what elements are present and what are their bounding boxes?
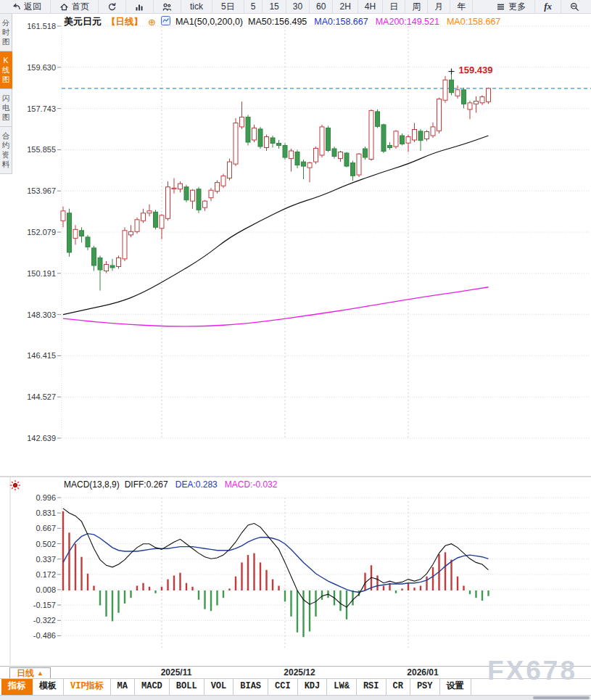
period-5d-button-label: 5日 bbox=[221, 1, 235, 13]
tick-button[interactable]: tick bbox=[181, 0, 212, 13]
back-button-label: 返回 bbox=[24, 1, 41, 13]
refresh-button[interactable] bbox=[99, 0, 126, 13]
more-button-label: 更多 bbox=[508, 1, 526, 13]
period-5m-button[interactable]: 5 bbox=[244, 0, 263, 13]
mini-chart-icon[interactable] bbox=[161, 16, 170, 28]
svg-text:0.667: 0.667 bbox=[36, 524, 56, 532]
sidebar-tab-lightning-chart-char: 电 bbox=[0, 103, 12, 112]
period-day-button-label: 日 bbox=[389, 1, 398, 13]
period-year-button[interactable]: 年 bbox=[450, 0, 473, 13]
x-axis-row: 日线 ▲ 2025/112025/122026/01 bbox=[0, 666, 591, 678]
period-tag: 【日线】 bbox=[107, 16, 143, 28]
bottom-tab-kdj[interactable]: KDJ bbox=[298, 679, 328, 695]
bottom-tab-cci[interactable]: CCI bbox=[268, 679, 298, 695]
bottom-tab-rsi[interactable]: RSI bbox=[357, 679, 387, 695]
zoom-out-button[interactable] bbox=[561, 0, 588, 13]
svg-text:148.303: 148.303 bbox=[27, 310, 56, 319]
macd-values: DIFF:0.267DEA:0.283MACD:-0.032 bbox=[125, 479, 278, 490]
period-day-button[interactable]: 日 bbox=[383, 0, 405, 13]
ma-values: MA50:156.495MA0:158.667MA200:149.521MA0:… bbox=[248, 17, 500, 27]
bottom-tab-cr[interactable]: CR bbox=[387, 679, 410, 695]
svg-text:150.191: 150.191 bbox=[27, 269, 56, 278]
period-5d-button[interactable]: 5日 bbox=[212, 0, 244, 13]
bottom-tab-indicator[interactable]: 指标 bbox=[1, 679, 33, 695]
svg-text:155.855: 155.855 bbox=[27, 145, 56, 154]
svg-text:0.996: 0.996 bbox=[36, 493, 56, 502]
macd-settings-label: MACD(13,8,9) bbox=[64, 479, 120, 490]
more-button[interactable]: 更多 bbox=[487, 0, 535, 13]
svg-text:0.831: 0.831 bbox=[36, 508, 56, 517]
bottom-tab-macd[interactable]: MACD bbox=[135, 679, 170, 695]
period-month-button[interactable]: 月 bbox=[428, 0, 450, 13]
fx-indicator-button[interactable]: fx bbox=[535, 0, 561, 13]
bottom-tab-template[interactable]: 模板 bbox=[33, 679, 64, 695]
period-week-button-label: 周 bbox=[412, 1, 421, 13]
svg-text:0.502: 0.502 bbox=[36, 540, 56, 548]
svg-text:0.008: 0.008 bbox=[36, 585, 56, 594]
ma-value-1: MA0:158.667 bbox=[314, 17, 368, 27]
sidebar-tab-contract-info-char: 合 bbox=[0, 131, 12, 141]
macd-pane-header: MACD(13,8,9) DIFF:0.267DEA:0.283MACD:-0.… bbox=[64, 479, 277, 490]
bottom-tab-vol[interactable]: VOL bbox=[204, 679, 234, 695]
sidebar-tab-contract-info[interactable]: 合约资料 bbox=[0, 127, 12, 174]
back-arrow-icon bbox=[12, 2, 21, 12]
sidebar-tab-time-chart-char: 分 bbox=[0, 18, 12, 28]
svg-text:-0.486: -0.486 bbox=[33, 631, 56, 640]
refresh-icon bbox=[107, 2, 117, 12]
period-15m-button[interactable]: 15 bbox=[263, 0, 286, 13]
chart-type-button[interactable] bbox=[126, 0, 154, 13]
svg-text:159.439: 159.439 bbox=[459, 65, 493, 75]
period-month-button-label: 月 bbox=[434, 1, 443, 13]
back-button[interactable]: 返回 bbox=[3, 0, 51, 13]
horizontal-scrollbar[interactable] bbox=[0, 695, 591, 700]
bottom-tab-bias[interactable]: BIAS bbox=[233, 679, 268, 695]
home-button[interactable]: 首页 bbox=[51, 0, 99, 13]
circle-plus-icon[interactable]: ⊕ bbox=[148, 17, 156, 28]
sidebar-tab-lightning-chart-char: 图 bbox=[0, 112, 12, 122]
dea-line bbox=[63, 534, 489, 593]
period-60m-button-label: 60 bbox=[316, 1, 326, 12]
compare-button[interactable] bbox=[154, 0, 181, 13]
bottom-tab-ma[interactable]: MA bbox=[111, 679, 135, 695]
period-30m-button[interactable]: 30 bbox=[286, 0, 310, 13]
sidebar-tab-time-chart-char: 时 bbox=[0, 28, 12, 37]
svg-text:-0.157: -0.157 bbox=[33, 601, 56, 609]
chart-canvas[interactable]: 161.518159.630157.743155.855153.967152.0… bbox=[0, 0, 591, 700]
period-4h-button[interactable]: 4H bbox=[358, 0, 383, 13]
period-week-button[interactable]: 周 bbox=[405, 0, 428, 13]
candles-layer[interactable] bbox=[61, 72, 491, 291]
sidebar-tab-lightning-chart[interactable]: 闪电图 bbox=[0, 89, 12, 127]
ma-settings-label: MA1(50,0,200,0) bbox=[175, 17, 243, 27]
period-5m-button-label: 5 bbox=[251, 1, 256, 12]
top-toolbar: 返回首页tick5日51530602H4H日周月年更多fx bbox=[0, 0, 591, 14]
sidebar-tab-time-chart[interactable]: 分时图 bbox=[0, 14, 12, 52]
period-60m-button[interactable]: 60 bbox=[310, 0, 333, 13]
svg-text:142.639: 142.639 bbox=[27, 434, 56, 442]
svg-text:152.079: 152.079 bbox=[27, 228, 56, 236]
period-30m-button-label: 30 bbox=[293, 1, 302, 12]
sun-indicator-icon[interactable] bbox=[9, 479, 21, 494]
x-axis-label-2025-12: 2025/12 bbox=[284, 667, 315, 678]
macd-value-2: MACD:-0.032 bbox=[225, 479, 278, 490]
ma50-line bbox=[63, 136, 489, 315]
period-year-button-label: 年 bbox=[457, 1, 466, 13]
bottom-tab-psy[interactable]: PSY bbox=[410, 679, 440, 695]
sidebar-tab-contract-info-char: 料 bbox=[0, 160, 12, 169]
x-axis-label-2026-01: 2026/01 bbox=[407, 667, 438, 678]
period-2h-button[interactable]: 2H bbox=[333, 0, 358, 13]
sidebar-tab-kline-chart-char: 图 bbox=[0, 75, 12, 84]
macd-value-1: DEA:0.283 bbox=[175, 479, 218, 490]
bottom-tab-boll[interactable]: BOLL bbox=[170, 679, 204, 695]
diff-line bbox=[63, 508, 489, 607]
svg-text:144.527: 144.527 bbox=[27, 392, 56, 401]
scrollbar-thumb[interactable] bbox=[533, 696, 590, 699]
sidebar-tab-kline-chart[interactable]: K线图 bbox=[0, 52, 12, 89]
period-4h-button-label: 4H bbox=[365, 1, 376, 12]
bottom-tab-vip-indicator[interactable]: VIP指标 bbox=[64, 679, 111, 695]
period-15m-button-label: 15 bbox=[269, 1, 278, 12]
svg-text:157.743: 157.743 bbox=[27, 104, 56, 113]
bottom-tab-settings[interactable]: 设置 bbox=[440, 679, 471, 695]
bottom-tab-lw[interactable]: LW& bbox=[327, 679, 357, 695]
period-selector-button[interactable]: 日线 ▲ bbox=[9, 667, 51, 679]
sidebar-tab-lightning-chart-char: 闪 bbox=[0, 94, 12, 103]
